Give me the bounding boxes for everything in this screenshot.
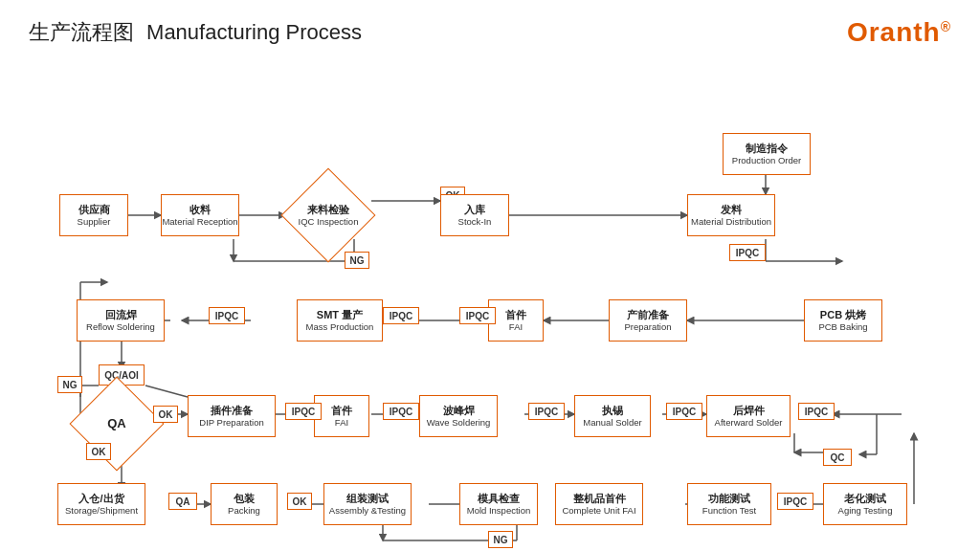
fai2-box: 首件 FAI bbox=[314, 395, 369, 437]
ng-label-qcaoi: NG bbox=[57, 376, 82, 393]
afterward-solder-box: 后焊件 Afterward Solder bbox=[706, 395, 791, 437]
ipqc-label-afterward: IPQC bbox=[666, 403, 702, 420]
complete-unit-fai-box: 整机品首件 Complete Unit FAI bbox=[555, 483, 643, 525]
qc-label-afterward: QC bbox=[823, 449, 852, 466]
ok-label-qa-down: OK bbox=[86, 443, 111, 460]
manual-solder-box: 执锡 Manual Solder bbox=[574, 395, 651, 437]
ipqc-label-reflow: IPQC bbox=[209, 307, 245, 324]
ok-label-qa: OK bbox=[153, 406, 178, 423]
mold-inspection-box: 模具检查 Mold Inspection bbox=[459, 483, 538, 525]
ipqc-label-mat-dist: IPQC bbox=[729, 244, 766, 261]
qa-label-row4: QA bbox=[168, 493, 197, 510]
iqc-inspection-diamond: 来料检验 IQC Inspection bbox=[285, 180, 371, 251]
reflow-soldering-box: 回流焊 Reflow Soldering bbox=[77, 299, 165, 342]
ok-label-packing: OK bbox=[287, 493, 312, 510]
ng-label-mold: NG bbox=[488, 531, 513, 548]
ipqc-label-manual: IPQC bbox=[528, 403, 565, 420]
ipqc-label-fai1: IPQC bbox=[459, 307, 496, 324]
material-distribution-box: 发料 Material Distribution bbox=[687, 194, 775, 236]
ipqc-label-wave: IPQC bbox=[383, 403, 419, 420]
supplier-box: 供应商 Supplier bbox=[59, 194, 128, 236]
wave-soldering-box: 波峰焊 Wave Soldering bbox=[419, 395, 498, 437]
storage-shipment-box: 入仓/出货 Storage/Shipment bbox=[57, 483, 145, 525]
smt-mass-box: SMT 量产 Mass Production bbox=[297, 299, 383, 342]
pcb-baking-box: PCB 烘烤 PCB Baking bbox=[804, 299, 882, 342]
title-en: Manufacturing Process bbox=[146, 20, 362, 44]
stock-in-box: 入库 Stock-In bbox=[440, 194, 509, 236]
header: 生产流程图 Manufacturing Process Oranth® bbox=[0, 0, 980, 48]
preparation-box: 产前准备 Preparation bbox=[609, 299, 687, 342]
function-test-box: 功能测试 Function Test bbox=[687, 483, 771, 525]
material-reception-box: 收料 Material Reception bbox=[161, 194, 239, 236]
title-cn: 生产流程图 bbox=[29, 20, 134, 44]
assembly-testing-box: 组装测试 Assembly &Testing bbox=[323, 483, 412, 525]
logo: Oranth® bbox=[847, 17, 951, 48]
ipqc-label-afterward-right: IPQC bbox=[798, 403, 835, 420]
ipqc-label-fai2: IPQC bbox=[285, 403, 322, 420]
production-order-box: 制造指令 Production Order bbox=[723, 133, 811, 175]
ng-label-1: NG bbox=[345, 252, 369, 269]
ipqc-label-function: IPQC bbox=[777, 493, 813, 510]
diagram: 供应商 Supplier 收料 Material Reception 来料检验 … bbox=[0, 53, 980, 551]
packing-box: 包装 Packing bbox=[211, 483, 278, 525]
svg-line-41 bbox=[145, 386, 188, 397]
dip-preparation-box: 插件准备 DIP Preparation bbox=[188, 395, 276, 437]
fai1-box: 首件 FAI bbox=[488, 299, 544, 342]
aging-testing-box: 老化测试 Aging Testing bbox=[823, 483, 907, 525]
ipqc-label-smt: IPQC bbox=[383, 307, 419, 324]
